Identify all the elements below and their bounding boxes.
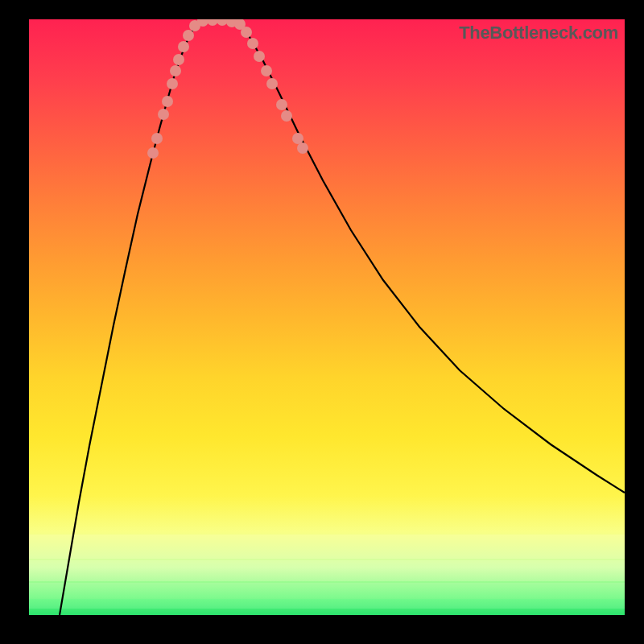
data-marker xyxy=(241,27,252,38)
data-marker xyxy=(247,38,258,49)
data-marker xyxy=(162,96,173,107)
data-marker xyxy=(173,54,184,65)
data-marker xyxy=(158,109,169,120)
data-marker xyxy=(297,142,308,154)
data-marker xyxy=(183,30,194,41)
data-marker xyxy=(151,133,163,144)
data-marker xyxy=(170,65,181,76)
data-marker xyxy=(167,78,178,89)
chart-canvas: TheBottleneck.com xyxy=(29,19,625,615)
data-marker xyxy=(276,99,287,110)
data-marker xyxy=(281,110,292,122)
watermark-text: TheBottleneck.com xyxy=(459,23,618,43)
data-marker xyxy=(178,41,189,52)
data-marker xyxy=(292,133,303,144)
data-marker xyxy=(261,65,272,76)
data-marker xyxy=(217,19,228,26)
data-marker xyxy=(207,19,218,26)
data-marker xyxy=(254,51,265,62)
bottleneck-curve xyxy=(29,19,625,615)
data-marker xyxy=(147,147,159,159)
data-marker xyxy=(266,78,278,89)
